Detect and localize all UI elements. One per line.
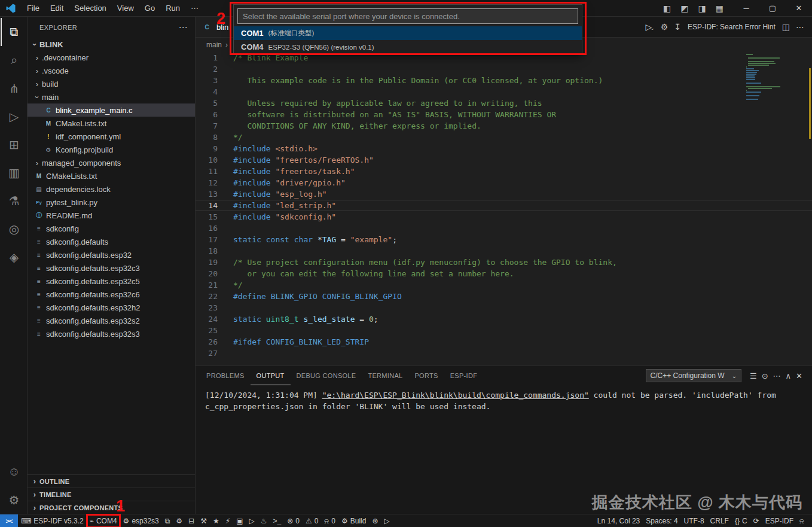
tree-file-idf-component-yml[interactable]: !idf_component.yml [28,130,195,143]
tree-folder-build[interactable]: ›build [28,77,195,90]
build-task[interactable]: ⚙Build [338,514,369,527]
tree-file-sdkconfig-defaults-esp32c5[interactable]: ≡sdkconfig.defaults.esp32c5 [28,275,195,288]
search-error-hint-button[interactable]: ESP-IDF: Search Error Hint [684,23,779,31]
tree-file-readme-md[interactable]: ⓘREADME.md [28,209,195,222]
extensions-icon[interactable]: ⊞ [1,130,27,159]
code-line[interactable]: 7 CONDITIONS OF ANY KIND, either express… [196,120,812,132]
code-line[interactable]: 17static const char *TAG = "example"; [196,234,812,245]
menu-file[interactable]: File [22,2,45,15]
menu-run[interactable]: Run [160,2,185,15]
tree-file-blink-example-main-c[interactable]: Cblink_example_main.c [28,103,195,117]
espidf-version[interactable]: ⌨ESP-IDF v5.3.2 [18,514,87,527]
code-line[interactable]: 20 or you can edit the following line an… [196,268,812,279]
language-mode[interactable]: {}C [732,514,750,527]
eol-sequence[interactable]: CRLF [707,514,732,527]
tree-file-cmakelists-txt[interactable]: MCMakeLists.txt [28,169,195,182]
minimize-icon[interactable]: ─ [733,0,759,17]
menu-view[interactable]: View [112,2,139,15]
code-line[interactable]: 27 [196,348,812,359]
menu-more[interactable]: ⋯ [185,2,204,15]
tree-file-sdkconfig-defaults-esp32c6[interactable]: ≡sdkconfig.defaults.esp32c6 [28,288,195,301]
source-control-icon[interactable]: ⋔ [1,74,27,102]
tree-folder-managed-components[interactable]: ›managed_components [28,156,195,169]
spinner[interactable]: ⊛ [369,514,381,527]
workspace-folder[interactable]: ⧉ [162,514,173,527]
remote-explorer-icon[interactable]: ▥ [1,159,27,187]
breadcrumb-item[interactable]: main [206,41,222,49]
menu-edit[interactable]: Edit [45,2,69,15]
custom-task[interactable]: ★ [210,514,222,527]
code-line[interactable]: 22#define BLINK_GPIO CONFIG_BLINK_GPIO [196,291,812,302]
warnings-count[interactable]: ⚠0 [303,514,321,527]
code-line[interactable]: 24static uint8_t s_led_state = 0; [196,313,812,325]
accounts-icon[interactable]: ☺ [1,458,27,486]
toggle-primary-sidebar-icon[interactable]: ◧ [658,4,676,13]
tree-folder-vscode[interactable]: ›.vscode [28,64,195,77]
code-line[interactable]: 15#include "sdkconfig.h" [196,211,812,223]
output-channel-select[interactable]: C/C++ Configuration W ⌄ [646,369,741,382]
sidebar-section-outline[interactable]: ›OUTLINE [28,474,195,488]
panel-tab-esp-idf[interactable]: ESP-IDF [444,366,484,385]
espressif-tools-icon[interactable]: ◈ [1,243,27,271]
indentation[interactable]: Spaces: 4 [643,514,680,527]
build-flash-monitor[interactable]: ♨ [258,514,270,527]
code-line[interactable]: 9#include <stdio.h> [196,143,812,154]
code-line[interactable]: 13#include "esp_log.h" [196,188,812,200]
idf-settings-gear-icon[interactable]: ⚙ [658,22,671,32]
workspace-section-header[interactable]: › BLINK [28,38,195,51]
code-line[interactable]: 18 [196,245,812,257]
code-line[interactable]: 12#include "driver/gpio.h" [196,177,812,188]
close-panel-icon[interactable]: ✕ [793,371,805,380]
run-play[interactable]: ▷ [381,514,393,527]
menu-selection[interactable]: Selection [69,2,111,15]
tree-file-kconfig-projbuild[interactable]: ⚙Kconfig.projbuild [28,143,195,156]
quick-pick-input[interactable]: Select the available serial port where y… [237,8,578,24]
sidebar-section-timeline[interactable]: ›TIMELINE [28,488,195,501]
monitor-device[interactable]: ▣ [233,514,246,527]
code-line[interactable]: 8*/ [196,132,812,143]
tree-file-sdkconfig-defaults[interactable]: ≡sdkconfig.defaults [28,235,195,248]
code-line[interactable]: 3 This example code is in the Public Dom… [196,75,812,86]
code-line[interactable]: 6 software is distributed on an "AS IS" … [196,109,812,120]
espidf-extension[interactable]: ESP-IDF [762,514,796,527]
code-line[interactable]: 19/* Use project configuration menu (idf… [196,257,812,268]
code-line[interactable]: 16 [196,223,812,234]
minimap[interactable] [746,54,799,102]
menuconfig[interactable]: ⚙ [173,514,185,527]
tree-file-pytest-blink-py[interactable]: Pypytest_blink.py [28,196,195,209]
code-line[interactable]: 11#include "freertos/task.h" [196,166,812,177]
cursor-position[interactable]: Ln 14, Col 23 [594,514,643,527]
encoding[interactable]: UTF-8 [681,514,707,527]
espressif-explorer-icon[interactable]: ◎ [1,215,27,243]
settings-icon[interactable]: ⚙ [1,486,27,514]
tree-file-sdkconfig-defaults-esp32s2[interactable]: ≡sdkconfig.defaults.esp32s2 [28,314,195,327]
sidebar-section-project-components[interactable]: ›PROJECT COMPONENTS [28,501,195,514]
output-file-link[interactable]: "e:\hard\ESP\ESP_Blink\blink\build\compi… [322,391,589,400]
tree-file-sdkconfig-defaults-esp32c3[interactable]: ≡sdkconfig.defaults.esp32c3 [28,261,195,275]
maximize-icon[interactable]: ▢ [759,0,786,17]
search-icon[interactable]: ⌕ [1,46,27,74]
errors-count[interactable]: ⊗0 [284,514,303,527]
tree-file-sdkconfig-defaults-esp32s3[interactable]: ≡sdkconfig.defaults.esp32s3 [28,327,195,340]
code-line[interactable]: 5 Unless required by applicable law or a… [196,98,812,109]
code-line[interactable]: 4 [196,86,812,98]
sync-status[interactable]: ⟳ [750,514,762,527]
code-line[interactable]: 14#include "led_strip.h" [196,200,812,211]
code-line[interactable]: 10#include "freertos/FreeRTOS.h" [196,154,812,166]
split-editor-icon[interactable]: ◫ [779,22,793,32]
panel-tab-debug-console[interactable]: DEBUG CONSOLE [291,366,362,385]
toggle-panel-icon[interactable]: ◩ [676,4,693,13]
more-actions-icon[interactable]: ⋯ [793,22,807,32]
panel-tab-terminal[interactable]: TERMINAL [362,366,408,385]
output-actions-icon[interactable]: ☰ [747,371,759,380]
run-and-debug-icon[interactable]: ▷ [1,102,27,130]
quick-pick-item-com4[interactable]: COM4ESP32-S3 (QFN56) (revision v0.1) [234,40,582,54]
lock-scroll-icon[interactable]: ⊙ [759,371,771,380]
tree-folder-main[interactable]: ›main [28,90,195,103]
open-terminal[interactable]: >_ [270,514,284,527]
tree-file-dependencies-lock[interactable]: ▤dependencies.lock [28,182,195,196]
flash-device[interactable]: ⚡ [222,514,233,527]
build-project[interactable]: ⚒ [197,514,210,527]
code-line[interactable]: 25 [196,325,812,336]
panel-tab-problems[interactable]: PROBLEMS [200,366,251,385]
